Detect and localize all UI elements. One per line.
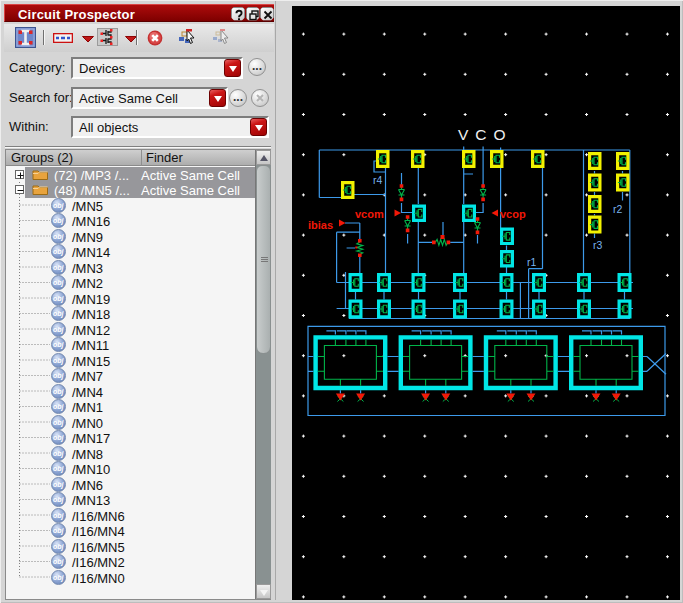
item-label: /MN12 <box>72 323 110 338</box>
category-dropdown[interactable]: Devices <box>71 57 243 79</box>
net-tool-icon[interactable] <box>53 33 73 43</box>
category-dropdown-arrow[interactable] <box>224 59 241 77</box>
restore-button[interactable] <box>246 7 260 21</box>
tree-item-row[interactable]: obj /MN3 <box>6 260 255 276</box>
tree-item-row[interactable]: obj /MN8 <box>6 446 255 462</box>
item-label: /I16/MN0 <box>72 571 125 586</box>
plus-icon <box>16 171 25 180</box>
scroll-down-icon <box>257 585 271 599</box>
net-label-vcom: vcom <box>355 208 384 220</box>
tree-item-row[interactable]: obj /I16/MN5 <box>6 539 255 555</box>
schematic-title: VCO <box>458 126 513 143</box>
search-clear-button[interactable] <box>251 89 269 107</box>
obj-icon: obj <box>51 570 66 585</box>
tree-item-row[interactable]: obj /MN10 <box>6 461 255 477</box>
tree-item-row[interactable]: obj /I16/MN2 <box>6 554 255 570</box>
item-label: /MN14 <box>72 245 110 260</box>
item-label: /I16/MN6 <box>72 509 125 524</box>
edit-select-icon[interactable] <box>178 29 196 46</box>
net-label-r1: r1 <box>527 256 536 268</box>
tree-item-row[interactable]: obj /MN14 <box>6 244 255 260</box>
obj-icon: obj <box>51 477 66 492</box>
tree-item-row[interactable]: obj /MN2 <box>6 275 255 291</box>
within-dropdown[interactable]: All objects <box>71 116 269 138</box>
stop-icon[interactable] <box>147 30 163 46</box>
obj-icon: obj <box>51 213 66 228</box>
probe-tool-icon[interactable] <box>15 27 36 48</box>
category-more-button[interactable]: ... <box>248 58 266 76</box>
tree-header-groups[interactable]: Groups (2) <box>11 150 73 165</box>
noconn-marks <box>337 396 619 402</box>
item-label: /MN13 <box>72 493 110 508</box>
tree-item-row[interactable]: obj /MN17 <box>6 430 255 446</box>
obj-icon: obj <box>51 430 66 445</box>
obj-icon: obj <box>51 523 66 538</box>
tree-item-row[interactable]: obj /MN6 <box>6 477 255 493</box>
scrollbar-grip <box>261 257 268 258</box>
tree-item-row[interactable]: obj /MN16 <box>6 213 255 229</box>
tree-item-row[interactable]: obj /MN7 <box>6 368 255 384</box>
tree-group-row[interactable]: (72) /MP3 /... Active Same Cell <box>6 167 255 183</box>
pointer-disabled-icon[interactable] <box>212 29 230 46</box>
tree-item-row[interactable]: obj /MN12 <box>6 322 255 338</box>
obj-icon: obj <box>51 291 66 306</box>
schematic-canvas[interactable]: r4r1r2r3vcomvcopibiasVCO <box>292 6 680 600</box>
close-button[interactable] <box>260 7 274 21</box>
tree-item-row[interactable]: obj /MN0 <box>6 415 255 431</box>
item-label: /MN15 <box>72 354 110 369</box>
item-label: /MN1 <box>72 400 103 415</box>
collapse-toggle[interactable] <box>15 185 24 194</box>
tree-item-row[interactable]: obj /MN11 <box>6 337 255 353</box>
tree-item-row[interactable]: obj /MN13 <box>6 492 255 508</box>
output-arrows <box>336 394 621 401</box>
scrollbar-thumb[interactable] <box>256 165 271 354</box>
item-label: /MN17 <box>72 431 110 446</box>
search-for-label: Search for: <box>9 90 73 105</box>
expand-toggle[interactable] <box>15 170 24 179</box>
search-more-button[interactable]: ... <box>229 89 247 107</box>
item-label: /MN16 <box>72 214 110 229</box>
buffer-pins <box>318 340 639 386</box>
obj-icon: obj <box>51 198 66 213</box>
within-label: Within: <box>9 119 49 134</box>
net-dropdown-icon[interactable] <box>82 36 94 43</box>
tree-header[interactable]: Groups (2) Finder <box>6 150 255 166</box>
within-value: All objects <box>79 120 138 135</box>
tree-item-row[interactable]: obj /I16/MN0 <box>6 570 255 586</box>
obj-icon: obj <box>51 322 66 337</box>
net-label-r2: r2 <box>613 203 622 215</box>
tree-group-row[interactable]: (48) /MN5 /... Active Same Cell <box>6 182 255 198</box>
item-label: /I16/MN5 <box>72 540 125 555</box>
tree-item-row[interactable]: obj /MN9 <box>6 229 255 245</box>
tree-item-row[interactable]: obj /MN1 <box>6 399 255 415</box>
tree-header-finder[interactable]: Finder <box>141 150 183 166</box>
tree-item-row[interactable]: obj /MN15 <box>6 353 255 369</box>
tree-scrollbar[interactable] <box>255 150 271 599</box>
toolbar-separator <box>43 30 45 45</box>
tree-item-row[interactable]: obj /MN18 <box>6 306 255 322</box>
within-dropdown-arrow[interactable] <box>250 118 267 136</box>
item-label: /MN9 <box>72 230 103 245</box>
group-label: (48) /MN5 /... <box>54 183 130 198</box>
search-for-dropdown[interactable]: Active Same Cell <box>71 87 228 109</box>
obj-icon: obj <box>51 337 66 352</box>
titlebar[interactable]: Circuit Prospector <box>4 4 274 22</box>
panel-splitter[interactable] <box>275 1 292 600</box>
item-label: /I16/MN4 <box>72 524 125 539</box>
search-dropdown-arrow[interactable] <box>209 89 226 107</box>
scroll-down-button[interactable] <box>256 584 271 599</box>
tree-item-row[interactable]: obj /MN5 <box>6 198 255 214</box>
tree-item-row[interactable]: obj /MN4 <box>6 384 255 400</box>
item-label: /MN18 <box>72 307 110 322</box>
scroll-up-button[interactable] <box>256 150 271 165</box>
help-button[interactable] <box>231 7 245 21</box>
tree-item-row[interactable]: obj /I16/MN4 <box>6 523 255 539</box>
folder-icon <box>32 183 49 196</box>
device-tool-icon[interactable] <box>97 28 118 46</box>
item-label: /MN10 <box>72 462 110 477</box>
net-label-ibias: ibias <box>308 219 333 231</box>
item-label: /MN11 <box>72 338 109 353</box>
tree-item-row[interactable]: obj /I16/MN6 <box>6 508 255 524</box>
net-label-r3: r3 <box>593 239 602 251</box>
tree-item-row[interactable]: obj /MN19 <box>6 291 255 307</box>
